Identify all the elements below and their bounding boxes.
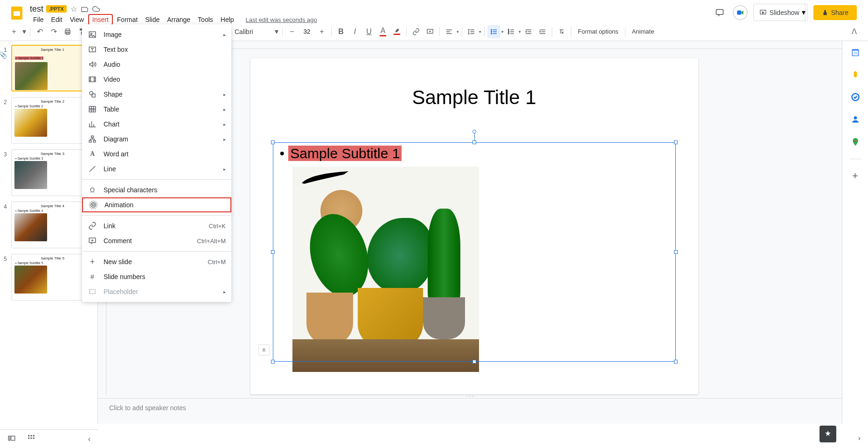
- resize-handle[interactable]: [271, 250, 275, 254]
- slideshow-dropdown[interactable]: ▾: [800, 4, 808, 21]
- slide-thumbnail[interactable]: Sample Title 2 • Sample Subtitle 2: [11, 97, 94, 144]
- menu-insert[interactable]: Insert: [88, 14, 113, 25]
- text-color-button[interactable]: A: [376, 25, 389, 38]
- add-addon-icon[interactable]: +: [850, 170, 861, 182]
- redo-button[interactable]: ↷: [47, 25, 60, 38]
- slide-canvas[interactable]: Sample Title 1: [250, 58, 698, 394]
- menu-diagram[interactable]: Diagram▸: [82, 132, 231, 147]
- resize-handle[interactable]: [472, 360, 476, 364]
- menu-link[interactable]: LinkCtrl+K: [82, 218, 231, 233]
- meet-icon[interactable]: [733, 5, 748, 20]
- menu-textbox[interactable]: Text box: [82, 42, 231, 57]
- comments-icon[interactable]: [712, 5, 727, 20]
- menu-slide[interactable]: Slide: [142, 14, 163, 25]
- contacts-icon[interactable]: [850, 114, 861, 125]
- move-icon[interactable]: [81, 5, 89, 13]
- slide-title-text[interactable]: Sample Title 1: [250, 86, 698, 109]
- cloud-status-icon[interactable]: [92, 5, 100, 13]
- resize-handle[interactable]: [271, 360, 275, 364]
- svg-point-25: [90, 91, 93, 95]
- speaker-notes[interactable]: Click to add speaker notes: [98, 398, 842, 424]
- underline-button[interactable]: U: [362, 25, 375, 38]
- font-size-input[interactable]: 32: [299, 28, 314, 35]
- menu-edit[interactable]: Edit: [48, 14, 66, 25]
- menu-shape[interactable]: Shape▸: [82, 87, 231, 102]
- font-size-decrease[interactable]: −: [285, 25, 299, 38]
- menu-placeholder: Placeholder▸: [82, 284, 231, 299]
- collapse-rail-icon[interactable]: ›: [858, 434, 861, 442]
- menu-help[interactable]: Help: [217, 14, 237, 25]
- menu-animation[interactable]: Animation: [82, 197, 231, 212]
- line-spacing-button[interactable]: [465, 25, 478, 38]
- clear-formatting-button[interactable]: [555, 25, 568, 38]
- menu-slide-numbers[interactable]: #Slide numbers: [82, 269, 231, 284]
- resize-handle[interactable]: [271, 140, 275, 144]
- thumb-subtitle: • Sample Subtitle 2: [14, 105, 90, 108]
- menu-file[interactable]: File: [30, 14, 47, 25]
- menu-tools[interactable]: Tools: [194, 14, 216, 25]
- new-slide-dropdown[interactable]: ▾: [21, 25, 27, 38]
- subtitle-text[interactable]: Sample Subtitle 1: [280, 146, 402, 161]
- animate-button[interactable]: Animate: [628, 26, 658, 37]
- tasks-icon[interactable]: [850, 91, 861, 103]
- align-button[interactable]: [443, 25, 456, 38]
- font-size-increase[interactable]: +: [315, 25, 328, 38]
- selected-text-box[interactable]: Sample Subtitle 1 ≡: [273, 142, 676, 362]
- bulleted-list-button[interactable]: [487, 25, 500, 38]
- maps-icon[interactable]: [850, 136, 861, 147]
- grid-view-icon[interactable]: [27, 434, 35, 444]
- menu-line[interactable]: Line▸: [82, 161, 231, 176]
- last-edit-link[interactable]: Last edit was seconds ago: [246, 16, 317, 23]
- menu-image[interactable]: Image▸: [82, 27, 231, 42]
- menu-special-characters[interactable]: ΩSpecial characters: [82, 182, 231, 197]
- slides-logo[interactable]: [7, 4, 26, 22]
- share-button[interactable]: Share: [813, 5, 857, 20]
- menu-table[interactable]: Table▸: [82, 102, 231, 117]
- menu-video[interactable]: Video: [82, 72, 231, 87]
- document-title[interactable]: test: [30, 4, 43, 14]
- filmstrip-view-icon[interactable]: [7, 434, 16, 444]
- resize-handle[interactable]: [674, 250, 678, 254]
- slide-thumbnail[interactable]: Sample Title 5 • Sample Subtitle 5: [11, 254, 94, 301]
- format-options-button[interactable]: Format options: [574, 26, 622, 37]
- menu-arrange[interactable]: Arrange: [164, 14, 194, 25]
- slideshow-button[interactable]: Slideshow: [753, 4, 806, 21]
- insert-comment-button[interactable]: [424, 25, 437, 38]
- collapse-toolbar-icon[interactable]: ᐱ: [847, 25, 861, 38]
- font-select[interactable]: Calibri: [231, 26, 273, 37]
- slide-thumbnail[interactable]: Sample Title 1 • Sample Subtitle 1: [11, 45, 94, 91]
- menu-format[interactable]: Format: [114, 14, 141, 25]
- notes-resize-handle[interactable]: • • •: [98, 394, 842, 398]
- rotation-handle[interactable]: [472, 130, 476, 133]
- highlight-color-button[interactable]: [390, 25, 403, 38]
- font-dropdown-icon[interactable]: ▾: [274, 25, 279, 38]
- undo-button[interactable]: ↶: [33, 25, 46, 38]
- increase-indent-button[interactable]: [536, 25, 549, 38]
- decrease-indent-button[interactable]: [522, 25, 535, 38]
- svg-point-22: [90, 33, 92, 35]
- italic-button[interactable]: I: [348, 25, 361, 38]
- new-slide-button[interactable]: +: [7, 25, 21, 38]
- slide-thumbnail[interactable]: Sample Title 3 • Sample Subtitle 3: [11, 149, 94, 196]
- resize-handle[interactable]: [472, 140, 476, 144]
- menu-new-slide[interactable]: +New slideCtrl+M: [82, 254, 231, 269]
- svg-rect-40: [33, 435, 35, 436]
- resize-handle[interactable]: [674, 360, 678, 364]
- explore-button[interactable]: [819, 426, 836, 442]
- print-button[interactable]: [61, 25, 74, 38]
- menu-chart[interactable]: Chart▸: [82, 117, 231, 132]
- resize-handle[interactable]: [674, 140, 678, 144]
- slide-thumbnail[interactable]: Sample Title 4 • Sample Subtitle 4: [11, 202, 94, 248]
- menu-comment[interactable]: CommentCtrl+Alt+M: [82, 233, 231, 248]
- numbered-list-button[interactable]: 123: [505, 25, 518, 38]
- menu-wordart[interactable]: AWord art: [82, 147, 231, 161]
- bold-button[interactable]: B: [334, 25, 347, 38]
- autofit-button[interactable]: ≡: [258, 344, 270, 356]
- insert-link-button[interactable]: [410, 25, 423, 38]
- menu-audio[interactable]: Audio: [82, 57, 231, 72]
- collapse-panel-icon[interactable]: ‹: [88, 435, 90, 443]
- menu-view[interactable]: View: [67, 14, 87, 25]
- keep-icon[interactable]: [850, 69, 861, 80]
- star-icon[interactable]: ☆: [69, 5, 78, 13]
- calendar-icon[interactable]: 31: [850, 47, 861, 58]
